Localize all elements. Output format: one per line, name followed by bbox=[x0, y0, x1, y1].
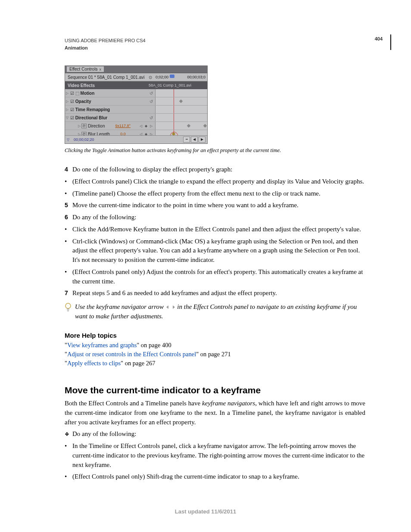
fx-timeline bbox=[155, 97, 207, 105]
bullet-text: Ctrl-click (Windows) or Command-click (M… bbox=[72, 237, 365, 265]
sequence-name: Sequence 01 * 58A_01 Comp 1_001.avi bbox=[65, 75, 147, 80]
expand-icon: ▷ bbox=[65, 108, 69, 112]
header-line-2: Animation bbox=[65, 44, 365, 52]
section-bullet-2: (Effect Controls panel only) Shift-drag … bbox=[65, 472, 365, 482]
footer-timecode: 00;00;02;20 bbox=[71, 137, 94, 142]
keyframe-icon bbox=[187, 124, 190, 128]
figure-caption: Clicking the Toggle Animation button act… bbox=[65, 147, 365, 154]
sequence-row: Sequence 01 * 58A_01 Comp 1_001.avi ⊙ 0;… bbox=[65, 73, 207, 81]
help-link-3: "Apply effects to clips" on page 267 bbox=[65, 360, 365, 367]
step-4-bullet-1: (Effect Controls panel) Click the triang… bbox=[65, 177, 365, 187]
fx-timeline bbox=[155, 122, 207, 130]
fx-label: ☑ Time Remapping bbox=[69, 107, 147, 112]
do-any-bullet: Do any of the following: bbox=[65, 429, 365, 439]
prop-value: 9x117.8° bbox=[115, 124, 131, 128]
fx-label: ☑ Opacity bbox=[69, 99, 147, 104]
expand-icon: ▷ bbox=[77, 124, 81, 128]
step-5: 5Move the current-time indicator to the … bbox=[65, 201, 365, 210]
fx-timeline bbox=[155, 106, 207, 113]
panel-menu-icon: ⊙ bbox=[147, 75, 154, 80]
figure-footer: ▽ 00;00;02;20 ━ ◀ ▶ bbox=[65, 135, 207, 143]
step-4-bullet-2: (Timeline panel) Choose the effect prope… bbox=[65, 189, 365, 199]
reset-icon: ↺ bbox=[147, 91, 155, 96]
cti-line bbox=[174, 122, 174, 130]
step-text: Repeat steps 5 and 6 as needed to add ke… bbox=[72, 289, 365, 298]
clip-name: 58A_01 Comp 1_001.avi bbox=[149, 83, 207, 87]
page: USING ADOBE PREMIERE PRO CS4 Animation 4… bbox=[0, 0, 411, 532]
link-adjust-controls[interactable]: Adjust or reset controls in the Effect C… bbox=[67, 351, 196, 358]
fx-timeline bbox=[155, 89, 207, 97]
step-text: Do one of the following to display the e… bbox=[72, 165, 365, 174]
keyframe-nav-icon: ◁ ◆ ▷ bbox=[140, 124, 153, 128]
step-text: Move the current-time indicator to the p… bbox=[72, 201, 365, 210]
tip-pre: Use the keyframe navigator arrow bbox=[75, 303, 165, 310]
zoom-bar-icon: ━ bbox=[183, 137, 190, 143]
lightbulb-icon bbox=[65, 302, 75, 321]
p-part: Both the Effect Controls and a Timeline … bbox=[65, 400, 202, 407]
tc-end: 00;00;03;0 bbox=[187, 75, 206, 79]
fx-opacity-row: ▷ ☑ Opacity ↺ bbox=[65, 97, 207, 106]
section-paragraph: Both the Effect Controls and a Timeline … bbox=[65, 399, 365, 427]
footer-controls: ━ ◀ ▶ bbox=[183, 137, 207, 143]
reset-icon: ↺ bbox=[147, 99, 155, 104]
effect-controls-tab: Effect Controlsx bbox=[67, 66, 104, 72]
fx-timeline bbox=[155, 114, 207, 121]
expand-icon: ▽ bbox=[65, 116, 69, 120]
fx-label: ☑ Directional Blur bbox=[69, 115, 147, 120]
help-link-2: "Adjust or reset controls in the Effect … bbox=[65, 351, 365, 358]
cti-line bbox=[174, 114, 174, 121]
help-post: " on page 271 bbox=[196, 351, 230, 358]
reset-icon: ↺ bbox=[147, 115, 155, 120]
section-heading: Move the current-time indicator to a key… bbox=[65, 385, 365, 395]
timecode-ruler: 0;02;00 00;00;03;0 bbox=[154, 75, 207, 79]
tip-text: Use the keyframe navigator arrow in the … bbox=[75, 302, 365, 321]
keyframe-icon bbox=[179, 100, 183, 103]
bullet-text: (Effect Controls panel only) Shift-drag … bbox=[72, 472, 365, 482]
figure-tab-bar: Effect Controlsx bbox=[65, 66, 207, 73]
keyframe-icon bbox=[203, 124, 207, 128]
bullet-text: Do any of the following: bbox=[72, 429, 365, 439]
step-6-bullet-2: Ctrl-click (Windows) or Command-click (M… bbox=[65, 237, 365, 265]
section-bullet-1: In the Timeline or Effect Controls panel… bbox=[65, 442, 365, 470]
step-text: Do any of the following: bbox=[72, 213, 365, 222]
cti-head-icon bbox=[170, 75, 174, 78]
fx-time-row: ▷ ☑ Time Remapping bbox=[65, 106, 207, 114]
step-6: 6Do any of the following: bbox=[65, 213, 365, 222]
p-italic: keyframe navigators bbox=[202, 400, 255, 407]
stopwatch-icon: ⏱ bbox=[81, 124, 87, 128]
fx-motion-row: ▷ ☑ ⬚ Motion ↺ bbox=[65, 89, 207, 97]
prev-icon: ◀ bbox=[191, 137, 198, 143]
expand-icon: ▷ bbox=[65, 100, 69, 103]
tc-start: 0;02;00 bbox=[156, 75, 168, 79]
bullet-text: (Effect Controls panel only) Adjust the … bbox=[72, 268, 365, 286]
tip-note: Use the keyframe navigator arrow in the … bbox=[65, 302, 365, 321]
step-6-bullet-3: (Effect Controls panel only) Adjust the … bbox=[65, 268, 365, 286]
step-6-bullet-1: Click the Add/Remove Keyframe button in … bbox=[65, 225, 365, 234]
prop-direction-row: ▷ ⏱ Direction 9x117.8° ◁ ◆ ▷ bbox=[65, 122, 207, 130]
header-text: USING ADOBE PREMIERE PRO CS4 Animation bbox=[65, 37, 365, 51]
cti-line bbox=[174, 89, 174, 97]
tab-label: Effect Controls bbox=[69, 67, 97, 72]
svg-point-0 bbox=[65, 303, 71, 308]
help-post: " on page 267 bbox=[121, 360, 155, 367]
expand-icon: ▷ bbox=[65, 91, 69, 95]
effect-controls-figure: Effect Controlsx Sequence 01 * 58A_01 Co… bbox=[65, 65, 208, 144]
page-footer: Last updated 11/6/2011 bbox=[0, 508, 411, 515]
nav-right-icon bbox=[171, 303, 176, 312]
video-effects-header: Video Effects 58A_01 Comp 1_001.avi bbox=[65, 81, 207, 89]
next-icon: ▶ bbox=[199, 137, 206, 143]
header-line-1: USING ADOBE PREMIERE PRO CS4 bbox=[65, 37, 365, 44]
bullet-text: (Timeline panel) Choose the effect prope… bbox=[72, 189, 365, 199]
close-icon: x bbox=[99, 67, 101, 72]
link-view-keyframes[interactable]: View keyframes and graphs bbox=[67, 342, 137, 348]
video-effects-label: Video Effects bbox=[68, 83, 95, 88]
collapse-icon: ▽ bbox=[65, 138, 71, 142]
page-number: 404 bbox=[375, 36, 383, 41]
header-rule bbox=[390, 34, 391, 50]
more-help-heading: More Help topics bbox=[65, 332, 365, 339]
step-4: 4Do one of the following to display the … bbox=[65, 165, 365, 174]
link-apply-effects[interactable]: Apply effects to clips bbox=[67, 360, 121, 367]
page-header: USING ADOBE PREMIERE PRO CS4 Animation 4… bbox=[65, 37, 365, 54]
help-post: " on page 400 bbox=[137, 342, 171, 348]
bullet-text: (Effect Controls panel) Click the triang… bbox=[72, 177, 365, 187]
